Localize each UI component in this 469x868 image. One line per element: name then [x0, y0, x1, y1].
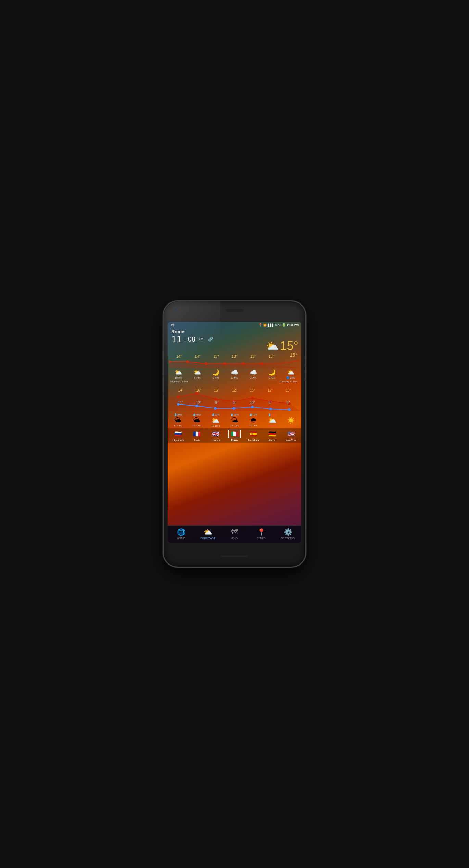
- location-icon: 📍: [258, 323, 262, 327]
- nav-forecast-icon: ⛅: [204, 528, 212, 536]
- city-flag-paris[interactable]: 🇫🇷 Paris: [188, 430, 206, 442]
- city-flag-barcelona[interactable]: 🇪🇸 Barcelona: [244, 430, 262, 442]
- daily-date-1: 12 Dec: [192, 424, 201, 427]
- city-flags-row: 🇷🇺 Ulyanovsk 🇫🇷 Paris 🇬🇧 London 🇮🇹 Rome: [168, 428, 301, 443]
- volume-down-button[interactable]: [305, 370, 306, 380]
- daily-item-3: 💧10% 🌤 14 Dec: [225, 413, 244, 427]
- daily-date-6: 17 Dec: [287, 424, 295, 427]
- bottom-speaker: [221, 555, 248, 557]
- daily-date-4: 15 Dec: [249, 424, 257, 427]
- share-icon[interactable]: 🔗: [208, 337, 213, 342]
- hourly-temp-area: 14° 14° 13° 13° 13° 13° ⛅ 10 AM: [168, 354, 301, 443]
- flag-barcelona: 🇪🇸: [247, 430, 260, 438]
- city-flag-rome[interactable]: 🇮🇹 Rome: [226, 430, 244, 442]
- nav-home[interactable]: 🌐 HOME: [168, 528, 194, 540]
- hourly-temp-labels: 14° 14° 13° 13° 13° 13°: [169, 354, 300, 358]
- daily-rain-1: 💧40%: [193, 413, 201, 416]
- daily-item-6: ☀️ 17 Dec: [282, 413, 301, 427]
- hour-time-3: 10 PM: [230, 376, 238, 379]
- flag-city-name-london: London: [212, 439, 220, 442]
- daily-icon-5: ⛅: [268, 416, 277, 424]
- daily-date-3: 14 Dec: [230, 424, 239, 427]
- status-left: 🖼: [170, 323, 174, 327]
- daily-chart-area: 14° 16° 13° 12° 13° 12° 10° 11° 12° 6° 6…: [169, 384, 300, 411]
- flag-paris: 🇫🇷: [190, 430, 203, 438]
- flag-city-name-barcelona: Barcelona: [248, 439, 259, 442]
- hour-item-6: ⛅ 🔵 15%: [281, 369, 300, 379]
- daily-rain-0: 💧50%: [174, 413, 182, 416]
- nav-cities-label: CITIES: [257, 537, 266, 540]
- nav-forecast[interactable]: ⛅ FORECAST: [194, 528, 221, 540]
- daily-item-4: 💧75% 🌧 15 Dec: [244, 413, 263, 427]
- nav-home-icon: 🌐: [177, 528, 186, 536]
- hour-time-6: 🔵 15%: [286, 376, 295, 379]
- day-label-left: Monday 11 Dec.: [170, 380, 189, 383]
- city-flag-newyork[interactable]: 🇺🇸 New York: [282, 430, 300, 442]
- daily-rain-6: [291, 413, 291, 416]
- daily-rain-4: 💧75%: [249, 413, 257, 416]
- nav-settings[interactable]: ⚙️ SETTINGS: [275, 528, 301, 540]
- nav-maps-icon: 🗺: [231, 528, 238, 536]
- current-temperature: 15°: [280, 340, 299, 352]
- hour-time-5: 6 AM: [269, 376, 275, 379]
- phone-device: 🖼 📍 📶 ▋▋▋ 89% 🔋 2:08 PM Rome 11 : 08: [163, 300, 306, 568]
- flag-city-name-paris: Paris: [194, 439, 200, 442]
- status-right: 📍 📶 ▋▋▋ 89% 🔋 2:08 PM: [258, 323, 299, 327]
- flag-newyork: 🇺🇸: [284, 430, 297, 438]
- svg-point-17: [214, 407, 217, 410]
- nav-maps-label: MAPS: [231, 536, 239, 540]
- city-flag-ulyanovsk[interactable]: 🇷🇺 Ulyanovsk: [169, 430, 187, 442]
- hour-icon-1: ⛅: [193, 369, 201, 376]
- nav-home-label: HOME: [177, 537, 185, 540]
- svg-point-20: [269, 408, 272, 410]
- status-time: 2:08 PM: [287, 323, 299, 327]
- signal-icon: ▋▋▋: [268, 324, 274, 327]
- daily-icon-6: ☀️: [287, 416, 295, 424]
- daily-low-labels: 11° 12° 6° 6° 10° 5° 3°: [169, 401, 300, 405]
- time-hours: 11: [171, 334, 182, 344]
- hour-time-4: 2 AM: [250, 376, 256, 379]
- city-flag-london[interactable]: 🇬🇧 London: [207, 430, 225, 442]
- hour-icon-0: ⛅: [175, 369, 182, 376]
- daily-high-labels: 14° 16° 13° 12° 13° 12° 10°: [169, 388, 300, 392]
- hour-item-0: ⛅ 10 AM: [169, 369, 188, 379]
- bottom-nav: 🌐 HOME ⛅ FORECAST 🗺 MAPS 📍 CITIES ⚙️: [168, 525, 301, 543]
- day-labels: Monday 11 Dec. Tuesday 12 Dec.: [168, 380, 301, 383]
- hour-item-5: 🌙 6 AM: [263, 369, 281, 379]
- daily-date-5: 16 Dec: [268, 424, 277, 427]
- flag-city-name-newyork: New York: [286, 439, 296, 442]
- nav-maps[interactable]: 🗺 MAPS: [221, 528, 248, 540]
- flag-rome: 🇮🇹: [228, 430, 241, 438]
- city-flag-berlin[interactable]: 🇩🇪 Berlin: [263, 430, 281, 442]
- daily-item-5: 💧35% ⛅ 16 Dec: [263, 413, 282, 427]
- daily-icon-3: 🌤: [231, 416, 238, 424]
- nav-settings-icon: ⚙️: [284, 528, 292, 536]
- hour-icon-6: ⛅: [287, 369, 294, 376]
- wallpaper-icon: 🖼: [170, 323, 174, 327]
- daily-icon-2: ⛅: [211, 416, 220, 424]
- nav-cities-icon: 📍: [257, 528, 266, 536]
- volume-up-button[interactable]: [305, 356, 306, 367]
- nav-cities[interactable]: 📍 CITIES: [248, 528, 275, 540]
- power-button[interactable]: [163, 377, 164, 394]
- speaker-grille: [226, 309, 243, 312]
- svg-marker-6: [169, 362, 300, 368]
- city-name: Rome: [171, 329, 298, 334]
- hour-item-4: ☁️ 2 AM: [244, 369, 263, 379]
- time-minutes: 08: [188, 336, 195, 343]
- flag-london: 🇬🇧: [209, 430, 222, 438]
- flag-city-name-berlin: Berlin: [269, 439, 275, 442]
- time-colon: :: [184, 336, 186, 343]
- daily-icon-1: 🌥: [193, 416, 200, 424]
- hour-icon-4: ☁️: [250, 369, 257, 376]
- daily-item-1: 💧40% 🌥 12 Dec: [187, 413, 206, 427]
- daily-item-2: 💧55% ⛅ 13 Dec: [206, 413, 225, 427]
- current-weather-icon: ⛅: [266, 340, 279, 352]
- hour-item-3: ☁️ 10 PM: [225, 369, 244, 379]
- hour-time-1: 2 PM: [194, 376, 201, 379]
- wifi-icon: 📶: [263, 324, 267, 327]
- daily-icon-0: 🌥: [175, 416, 181, 424]
- svg-point-18: [232, 407, 235, 410]
- phone-body: 🖼 📍 📶 ▋▋▋ 89% 🔋 2:08 PM Rome 11 : 08: [163, 300, 306, 568]
- status-bar: 🖼 📍 📶 ▋▋▋ 89% 🔋 2:08 PM: [168, 322, 301, 327]
